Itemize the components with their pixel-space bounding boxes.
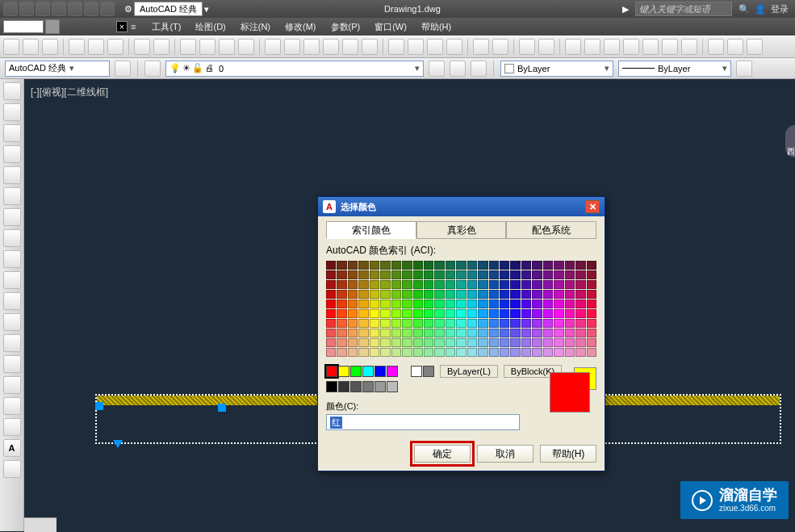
aci-color-cell[interactable] [489, 280, 499, 289]
tool-design-center-icon[interactable] [284, 39, 300, 55]
aci-color-cell[interactable] [521, 319, 531, 328]
aci-color-cell[interactable] [380, 348, 390, 357]
aci-color-cell[interactable] [489, 338, 499, 347]
aci-color-cell[interactable] [500, 309, 509, 318]
aci-color-cell[interactable] [391, 348, 401, 357]
aci-color-cell[interactable] [424, 261, 433, 270]
aci-color-cell[interactable] [543, 338, 553, 347]
aci-color-cell[interactable] [554, 261, 563, 270]
region-tool-icon[interactable] [3, 397, 21, 415]
basic-color-cell[interactable] [374, 366, 386, 377]
aci-color-cell[interactable] [434, 348, 444, 357]
aci-color-cell[interactable] [587, 348, 596, 357]
aci-color-cell[interactable] [510, 290, 520, 299]
aci-color-cell[interactable] [370, 261, 379, 270]
aci-color-cell[interactable] [413, 290, 423, 299]
aci-color-cell[interactable] [510, 300, 520, 308]
aci-color-cell[interactable] [358, 309, 368, 318]
aci-color-cell[interactable] [456, 338, 466, 347]
arc-tool-icon[interactable] [3, 166, 21, 184]
revcloud-tool-icon[interactable] [3, 208, 21, 226]
aci-color-cell[interactable] [446, 290, 455, 299]
aci-color-cell[interactable] [348, 309, 358, 318]
ellipse-arc-tool-icon[interactable] [3, 271, 21, 289]
tool-zoom-icon[interactable] [199, 39, 215, 55]
aci-color-cell[interactable] [446, 270, 455, 279]
aci-color-cell[interactable] [467, 319, 477, 328]
menu-modify[interactable]: 修改(M) [285, 21, 316, 33]
ellipse-tool-icon[interactable] [3, 250, 21, 268]
aci-color-cell[interactable] [424, 338, 433, 347]
aci-color-cell[interactable] [456, 300, 466, 308]
aci-color-cell[interactable] [348, 329, 358, 337]
aci-color-cell[interactable] [348, 261, 358, 270]
aci-color-cell[interactable] [478, 261, 487, 270]
aci-color-cell[interactable] [434, 261, 444, 270]
aci-color-cell[interactable] [575, 280, 585, 289]
aci-color-cell[interactable] [413, 348, 423, 357]
aci-color-cell[interactable] [587, 280, 596, 289]
aci-color-cell[interactable] [532, 309, 542, 318]
aci-color-cell[interactable] [554, 290, 563, 299]
aci-color-cell[interactable] [413, 319, 423, 328]
aci-color-cell[interactable] [467, 290, 477, 299]
aci-color-cell[interactable] [358, 348, 368, 357]
aci-color-cell[interactable] [348, 348, 358, 357]
aci-color-cell[interactable] [478, 319, 487, 328]
tool-light-icon[interactable] [623, 39, 639, 55]
aci-color-cell[interactable] [565, 348, 575, 357]
aci-color-cell[interactable] [500, 319, 509, 328]
cancel-button[interactable]: 取消 [477, 445, 533, 463]
aci-color-cell[interactable] [380, 261, 390, 270]
rectangle-tool-icon[interactable] [3, 145, 21, 163]
aci-color-cell[interactable] [424, 319, 433, 328]
aci-color-cell[interactable] [380, 300, 390, 308]
aci-color-cell[interactable] [391, 280, 401, 289]
aci-color-cell[interactable] [510, 338, 520, 347]
properties-panel-icon[interactable] [45, 19, 60, 34]
table-tool-icon[interactable] [3, 418, 21, 436]
tool-properties-icon[interactable] [265, 39, 281, 55]
aci-color-cell[interactable] [326, 319, 336, 328]
aci-color-cell[interactable] [348, 319, 358, 328]
aci-color-cell[interactable] [413, 300, 423, 308]
aci-color-cell[interactable] [446, 338, 455, 347]
tool-visual-icon[interactable] [584, 39, 600, 55]
aci-color-cell[interactable] [413, 270, 423, 279]
aci-color-cell[interactable] [467, 270, 477, 279]
basic-color-cell[interactable] [387, 366, 398, 377]
aci-color-cell[interactable] [424, 280, 433, 289]
aci-color-cell[interactable] [434, 280, 444, 289]
aci-color-cell[interactable] [446, 348, 455, 357]
aci-color-cell[interactable] [510, 319, 520, 328]
aci-color-cell[interactable] [358, 270, 368, 279]
tool-material-icon[interactable] [642, 39, 659, 55]
tool-redo-icon[interactable] [153, 39, 169, 55]
aci-color-cell[interactable] [358, 261, 368, 270]
pane-close-button[interactable]: × [116, 21, 128, 32]
aci-color-cell[interactable] [424, 309, 433, 318]
aci-color-cell[interactable] [391, 338, 401, 347]
search-icon[interactable]: 🔍 [739, 4, 750, 15]
aci-color-cell[interactable] [348, 290, 358, 299]
aci-color-cell[interactable] [565, 290, 575, 299]
aci-color-cell[interactable] [402, 309, 412, 318]
tool-hatch-icon[interactable] [427, 39, 443, 55]
aci-color-cell[interactable] [424, 290, 433, 299]
aci-color-cell[interactable] [358, 280, 368, 289]
aci-color-cell[interactable] [500, 348, 509, 357]
make-block-tool-icon[interactable] [3, 313, 21, 331]
color-input[interactable]: 红 [326, 414, 520, 430]
aci-color-cell[interactable] [424, 348, 433, 357]
aci-color-cell[interactable] [326, 270, 336, 279]
aci-color-cell[interactable] [348, 280, 358, 289]
aci-color-cell[interactable] [467, 348, 477, 357]
tool-help-icon[interactable] [681, 39, 697, 55]
aci-color-cell[interactable] [554, 280, 563, 289]
aci-color-cell[interactable] [532, 270, 542, 279]
aci-color-cell[interactable] [587, 338, 596, 347]
aci-color-cell[interactable] [370, 300, 379, 308]
aci-color-cell[interactable] [456, 319, 466, 328]
aci-color-cell[interactable] [337, 290, 346, 299]
aci-color-cell[interactable] [575, 290, 585, 299]
